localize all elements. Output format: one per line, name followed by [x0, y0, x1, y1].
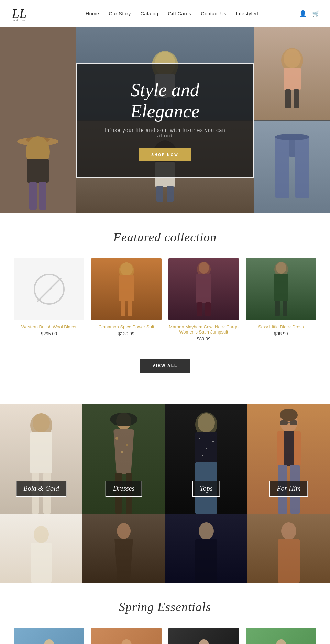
category-bold-gold[interactable]: Bold & Gold: [0, 404, 82, 514]
product-image-1: [14, 258, 84, 320]
category-label-for-him: For Him: [269, 481, 308, 497]
cat-bottom-1: [0, 514, 82, 583]
svg-point-27: [275, 134, 309, 140]
nav-gift-cards[interactable]: Gift Cards: [168, 11, 191, 16]
svg-point-75: [117, 523, 131, 539]
product-card-3[interactable]: Maroon Mayhem Cowl Neck Cargo Women's Sa…: [168, 258, 239, 341]
category-label-dresses: Dresses: [106, 481, 142, 497]
category-dresses[interactable]: Dresses: [82, 404, 165, 514]
product-image-4: [246, 258, 316, 320]
hero-photo-5: [254, 121, 330, 213]
hero-subtitle: Infuse your life and soul with luxuries …: [97, 127, 233, 138]
svg-rect-35: [196, 274, 211, 303]
spring-card-2[interactable]: Tropics On My Mind Shorts in Fuchsia and…: [91, 628, 162, 644]
svg-point-62: [202, 455, 204, 456]
cat-bottom-3: [165, 514, 248, 583]
svg-point-91: [276, 639, 286, 644]
products-grid: Western British Wool Blazer $295.00 Cinn…: [14, 258, 316, 341]
product-card-4[interactable]: Sexy Little Black Dress $98.99: [246, 258, 316, 341]
svg-point-68: [280, 409, 298, 421]
no-image-placeholder: [34, 274, 65, 305]
svg-point-60: [212, 441, 214, 442]
spring-image-2: [91, 628, 162, 644]
nav-our-story[interactable]: Our Story: [109, 11, 131, 16]
svg-rect-8: [39, 182, 46, 210]
svg-rect-6: [27, 159, 49, 183]
svg-rect-74: [31, 543, 52, 583]
spring-card-1[interactable]: Watercolor Shores Maxi in Blue $72.99 So…: [14, 628, 84, 644]
svg-rect-25: [295, 136, 309, 198]
svg-rect-65: [280, 420, 288, 425]
cart-icon[interactable]: 🛒: [312, 10, 320, 18]
svg-rect-24: [275, 136, 289, 198]
svg-rect-80: [278, 539, 300, 583]
svg-rect-22: [156, 186, 163, 202]
cat-bottom-2: [82, 514, 165, 583]
category-tops[interactable]: Tops: [165, 404, 248, 514]
spring-image-1: [14, 628, 84, 644]
category-label-tops: Tops: [192, 481, 220, 497]
product-price-2: $139.99: [91, 331, 162, 336]
spring-image-3: [168, 628, 239, 644]
product-card-1[interactable]: Western British Wool Blazer $295.00: [14, 258, 84, 341]
categories-section: Bold & Gold Dresses: [0, 404, 330, 583]
svg-rect-66: [290, 420, 297, 425]
hero-section: Style and Elegance Infuse your life and …: [0, 27, 330, 213]
account-icon[interactable]: 👤: [299, 10, 307, 18]
categories-bottom-grid: [0, 514, 330, 583]
svg-rect-40: [274, 274, 288, 301]
category-for-him[interactable]: For Him: [248, 404, 330, 514]
svg-point-59: [199, 438, 200, 439]
svg-rect-42: [283, 301, 287, 316]
spring-card-4[interactable]: Warm Weather Cami in Kelly Green $42.99: [246, 628, 316, 644]
svg-point-51: [116, 437, 118, 440]
svg-rect-70: [284, 431, 294, 466]
nav-catalog[interactable]: Catalog: [141, 11, 158, 16]
category-label-bold-gold: Bold & Gold: [16, 481, 66, 497]
view-all-button[interactable]: VIEW ALL: [140, 359, 190, 373]
svg-point-83: [121, 639, 132, 644]
svg-rect-37: [205, 302, 211, 316]
svg-point-81: [44, 639, 54, 644]
product-name-4: Sexy Little Black Dress: [246, 324, 316, 329]
cat-bottom-4: [248, 514, 330, 583]
hero-photo-3: [254, 27, 330, 120]
svg-rect-78: [195, 539, 217, 583]
nav-lifestyled[interactable]: Lifestyled: [236, 11, 258, 16]
svg-rect-16: [284, 68, 301, 90]
svg-rect-41: [275, 301, 280, 316]
product-image-3: [168, 258, 239, 320]
shop-now-button[interactable]: SHOP NOW: [139, 148, 191, 161]
spring-products-grid: Watercolor Shores Maxi in Blue $72.99 So…: [14, 628, 316, 644]
featured-section: Featured collection Western British Wool…: [0, 213, 330, 400]
nav-contact[interactable]: Contact Us: [201, 11, 227, 16]
svg-point-61: [206, 448, 207, 449]
svg-rect-30: [119, 275, 134, 301]
svg-point-73: [34, 526, 49, 543]
hero-title: Style and Elegance: [97, 79, 233, 122]
svg-point-52: [126, 444, 128, 446]
svg-rect-23: [167, 186, 174, 202]
hero-model-1: [0, 27, 76, 213]
header-icons: 👤 🛒: [299, 10, 320, 18]
product-price-4: $98.99: [246, 331, 316, 336]
product-card-2[interactable]: Cinnamon Spice Power Suit $139.99: [91, 258, 162, 341]
svg-rect-18: [294, 89, 299, 108]
spring-card-3[interactable]: Tropical Destination Shorts in Black $46…: [168, 628, 239, 644]
logo[interactable]: LL ook ibes: [10, 3, 45, 24]
spring-section: Spring Essentials Watercolor Shores Maxi…: [0, 583, 330, 644]
svg-rect-50: [113, 429, 134, 474]
svg-rect-17: [285, 89, 291, 108]
spring-image-4: [246, 628, 316, 644]
main-nav: Home Our Story Catalog Gift Cards Contac…: [86, 11, 258, 16]
svg-rect-31: [121, 301, 125, 316]
nav-home[interactable]: Home: [86, 11, 99, 16]
svg-rect-45: [30, 432, 52, 473]
categories-grid: Bold & Gold Dresses: [0, 404, 330, 514]
product-image-2: [91, 258, 162, 320]
product-price-3: $89.99: [168, 336, 239, 341]
hero-photo-1: [0, 27, 76, 213]
featured-title: Featured collection: [14, 230, 316, 245]
svg-point-77: [199, 522, 214, 540]
svg-text:ook   ibes: ook ibes: [13, 18, 25, 22]
